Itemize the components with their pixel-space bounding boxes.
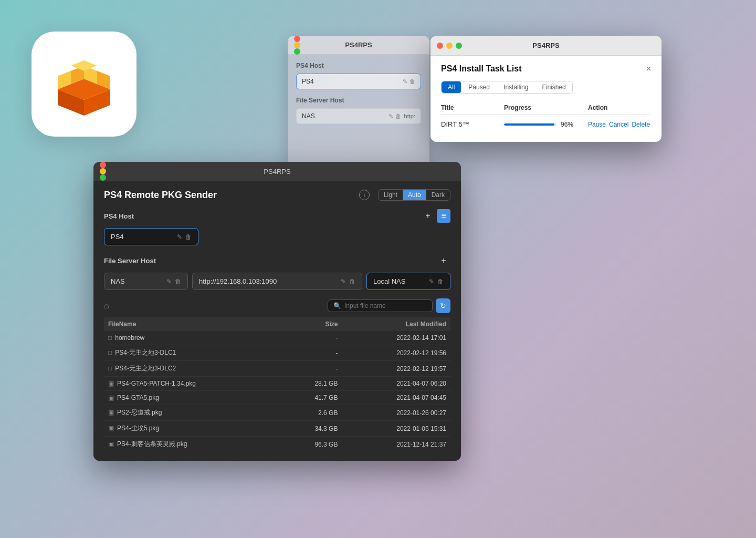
nas-url-edit-icon[interactable]: ✎: [341, 278, 346, 285]
task-list-title: PS4 Install Task List: [441, 64, 522, 74]
refresh-button[interactable]: ↻: [436, 298, 450, 313]
bg-delete-icon[interactable]: 🗑: [410, 78, 415, 85]
main-tl-green[interactable]: [100, 174, 106, 181]
file-server-add-btn[interactable]: +: [437, 254, 450, 267]
bg-nas-delete-icon[interactable]: 🗑: [395, 113, 401, 120]
nas-url-trash-icon[interactable]: 🗑: [349, 278, 355, 285]
bg-ps4-hostname: PS4: [302, 78, 314, 85]
tab-all[interactable]: All: [442, 81, 461, 93]
file-table-row[interactable]: □PS4-无主之地3-DLC1-2022-02-12 19:56: [104, 345, 450, 361]
pause-button[interactable]: Pause: [588, 121, 606, 128]
file-size-cell: 28.1 GB: [283, 377, 342, 391]
file-table-row[interactable]: ▣PS4-刺客信条英灵殿.pkg96.3 GB2021-12-14 21:37: [104, 437, 450, 452]
local-nas-card[interactable]: Local NAS ✎ 🗑: [366, 273, 450, 290]
bg-ps4-host-icons: ✎ 🗑: [403, 78, 415, 85]
task-tl-yellow[interactable]: [446, 43, 453, 49]
bg-window-titlebar: PS4RPS: [288, 36, 429, 55]
file-table-row[interactable]: ▣PS4-GTA5.pkg41.7 GB2021-04-07 04:45: [104, 391, 450, 405]
nas-edit-icon[interactable]: ✎: [166, 278, 172, 285]
task-list-titlebar: PS4RPS: [430, 36, 662, 56]
nas-trash-icon[interactable]: 🗑: [175, 278, 181, 285]
col-action: Action: [588, 101, 651, 115]
nas-url-card[interactable]: http://192.168.0.103:1090 ✎ 🗑: [192, 273, 362, 290]
tab-paused[interactable]: Paused: [462, 81, 496, 93]
ps4-host-name: PS4: [111, 233, 124, 241]
bg-tl-red[interactable]: [294, 36, 300, 42]
file-modified-cell: 2021-04-07 04:45: [342, 391, 450, 405]
task-tl-green[interactable]: [456, 43, 462, 49]
tab-finished[interactable]: Finished: [536, 81, 572, 93]
theme-auto-button[interactable]: Auto: [403, 190, 426, 200]
task-close-button[interactable]: ×: [646, 64, 651, 74]
file-modified-cell: 2022-01-26 00:27: [342, 405, 450, 421]
nas-name: NAS: [111, 277, 125, 285]
col-filename: FileName: [104, 317, 283, 331]
task-tl-red[interactable]: [437, 43, 443, 49]
file-server-host-row: NAS ✎ 🗑 http://192.168.0.103:1090 ✎ 🗑 Lo…: [104, 273, 450, 290]
file-icon: ▣: [108, 409, 114, 416]
bg-ps4-host-label: PS4 Host: [296, 62, 421, 69]
local-nas-edit-icon[interactable]: ✎: [429, 278, 434, 285]
nas-url-icons: ✎ 🗑: [341, 278, 355, 285]
bg-nas-name: NAS: [302, 112, 315, 120]
info-icon[interactable]: i: [359, 190, 370, 200]
ps4-delete-icon[interactable]: 🗑: [185, 233, 192, 241]
progress-bar-fill: [504, 123, 554, 126]
bg-nas-row[interactable]: NAS ✎ 🗑 http:: [296, 108, 421, 124]
theme-light-button[interactable]: Light: [379, 190, 403, 200]
task-list-header: PS4 Install Task List ×: [441, 64, 651, 74]
bg-traffic-lights: [294, 36, 300, 55]
task-progress-cell: 96%: [504, 115, 588, 134]
ps4-host-add-btn[interactable]: +: [421, 209, 435, 223]
bg-window-title: PS4RPS: [345, 41, 372, 49]
bg-edit-icon[interactable]: ✎: [403, 78, 407, 85]
file-name-cell: ▣PS2-忍道戒.pkg: [104, 405, 283, 421]
file-modified-cell: 2021-12-14 21:37: [342, 437, 450, 452]
file-size-cell: -: [283, 361, 342, 377]
file-table-row[interactable]: ▣PS4-尘埃5.pkg34.3 GB2022-01-05 15:31: [104, 421, 450, 437]
file-name-cell: ▣PS4-GTA5.pkg: [104, 391, 283, 405]
main-tl-yellow[interactable]: [100, 168, 106, 174]
bg-nas-edit-icon[interactable]: ✎: [388, 113, 393, 120]
ps4-host-card[interactable]: PS4 ✎ 🗑: [104, 228, 198, 245]
file-server-label: File Server Host: [104, 257, 156, 265]
delete-button[interactable]: Delete: [632, 121, 650, 128]
file-modified-cell: 2022-02-12 19:56: [342, 345, 450, 361]
theme-dark-button[interactable]: Dark: [426, 190, 450, 200]
bg-ps4-host-card[interactable]: PS4 ✎ 🗑: [296, 74, 421, 89]
search-icon: 🔍: [333, 302, 341, 309]
tab-installing[interactable]: Installing: [497, 81, 534, 93]
file-size-cell: 41.7 GB: [283, 391, 342, 405]
cancel-button[interactable]: Cancel: [609, 121, 628, 128]
bg-tl-yellow[interactable]: [294, 42, 300, 48]
folder-icon: □: [108, 365, 112, 372]
bg-tl-green[interactable]: [294, 48, 300, 55]
file-table-row[interactable]: ▣PS2-忍道戒.pkg2.6 GB2022-01-26 00:27: [104, 405, 450, 421]
folder-icon: □: [108, 334, 112, 342]
file-modified-cell: 2022-02-14 17:01: [342, 331, 450, 345]
file-name-cell: ▣PS4-尘埃5.pkg: [104, 421, 283, 437]
file-table-row[interactable]: ▣PS4-GTA5-PATCH-1.34.pkg28.1 GB2021-04-0…: [104, 377, 450, 391]
folder-icon: □: [108, 349, 112, 356]
col-modified: Last Modified: [342, 317, 450, 331]
file-size-cell: 34.3 GB: [283, 421, 342, 437]
app-icon-container: [32, 32, 136, 137]
task-title: DIRT 5™: [441, 115, 504, 134]
nas-name-card[interactable]: NAS ✎ 🗑: [104, 273, 188, 290]
file-table-row[interactable]: □homebrew-2022-02-14 17:01: [104, 331, 450, 345]
progress-pct: 96%: [561, 121, 576, 128]
file-size-cell: -: [283, 345, 342, 361]
file-name-cell: ▣PS4-GTA5-PATCH-1.34.pkg: [104, 377, 283, 391]
local-nas-name: Local NAS: [373, 277, 405, 285]
col-progress: Progress: [504, 101, 588, 115]
main-titlebar: PS4RPS: [93, 162, 461, 181]
search-input[interactable]: [344, 302, 418, 309]
ps4-edit-icon[interactable]: ✎: [177, 233, 182, 241]
local-nas-trash-icon[interactable]: 🗑: [437, 278, 444, 285]
app-title-row: PS4 Remote PKG Sender i Light Auto Dark: [104, 189, 450, 201]
file-table-row[interactable]: □PS4-无主之地3-DLC2-2022-02-12 19:57: [104, 361, 450, 377]
ps4-host-card-icons: ✎ 🗑: [177, 233, 192, 241]
home-icon[interactable]: ⌂: [104, 301, 109, 311]
ps4-host-list-btn[interactable]: ≡: [437, 209, 450, 223]
main-tl-red[interactable]: [100, 162, 106, 168]
